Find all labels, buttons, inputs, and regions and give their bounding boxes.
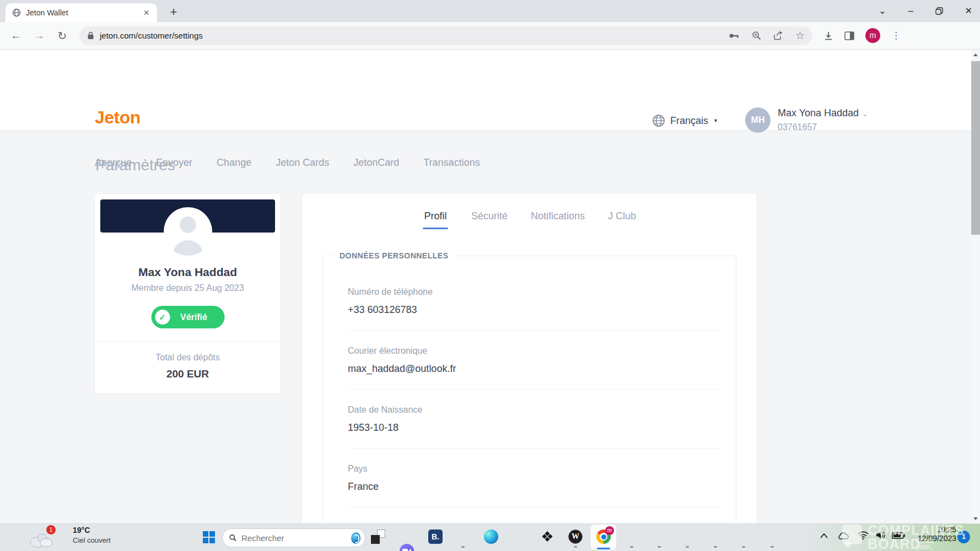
user-name: Max Yona Haddad⌄: [778, 107, 868, 119]
section-title: DONNÉES PERSONNELLES: [334, 251, 454, 260]
running-indicator: [742, 546, 745, 548]
wondershare-app-icon[interactable]: W: [568, 530, 583, 544]
language-selector[interactable]: Français ▼: [652, 114, 718, 127]
tab-j-club[interactable]: J Club: [608, 210, 636, 229]
settings-tabs: Profil Sécurité Notifications J Club: [302, 210, 757, 229]
active-app-indicator: [597, 548, 610, 549]
scrollbar-thumb[interactable]: [971, 61, 980, 235]
url-text[interactable]: jeton.com/customer/settings: [100, 31, 729, 40]
windows-logo-icon: [203, 531, 208, 537]
language-label: Français: [670, 115, 708, 127]
password-key-icon[interactable]: [729, 32, 740, 40]
search-icon: [229, 533, 236, 542]
edge-browser-icon[interactable]: [484, 530, 498, 544]
running-indicator: [574, 546, 577, 548]
tab-close-icon[interactable]: ×: [141, 8, 152, 18]
nav-item-transactions[interactable]: Transactions: [423, 157, 480, 169]
field-value: +33 603126783: [348, 304, 724, 316]
nav-item-jetoncard[interactable]: JetonCard: [353, 157, 399, 169]
taskbar-search[interactable]: [222, 528, 365, 547]
restore-window-button[interactable]: [935, 7, 943, 15]
notification-count-badge[interactable]: 1: [957, 531, 970, 543]
browser-toolbar: ← → ↻ jeton.com/customer/settings ☆ m ⋮: [0, 22, 980, 50]
tray-chevron-icon[interactable]: [820, 533, 828, 538]
running-indicator: [686, 546, 689, 548]
field-value: max_haddad@outlook.fr: [348, 363, 724, 375]
field-label: Date de Naissance: [348, 405, 724, 415]
user-menu[interactable]: MH Max Yona Haddad⌄ 03761657: [745, 107, 868, 133]
wifi-icon[interactable]: [858, 531, 869, 539]
new-tab-button[interactable]: +: [165, 4, 182, 21]
page-title: Paramètres: [95, 156, 175, 174]
field-label: Pays: [348, 464, 724, 474]
browser-tab-strip: Jeton Wallet × + ⌄ – ✕: [0, 0, 980, 22]
site-header: Jeton Français ▼ MH Max Yona Haddad⌄ 037…: [0, 50, 971, 131]
jeton-logo[interactable]: Jeton: [95, 107, 141, 128]
window-menu-chevron-icon[interactable]: ⌄: [879, 7, 886, 15]
nav-item-change[interactable]: Change: [217, 157, 251, 169]
field-phone: Numéro de téléphone +33 603126783: [348, 287, 724, 331]
browser-profile-avatar[interactable]: m: [865, 28, 880, 43]
desktop-screen: Jeton Wallet × + ⌄ – ✕ ← → ↻ jeton.com/c…: [0, 0, 980, 551]
address-bar[interactable]: jeton.com/customer/settings ☆: [79, 26, 812, 45]
user-chevron-icon[interactable]: ⌄: [862, 110, 868, 118]
weather-alert-badge: 1: [46, 525, 56, 534]
forward-button[interactable]: →: [32, 29, 46, 42]
verified-label: Vérifié: [170, 312, 218, 322]
user-avatar[interactable]: MH: [745, 107, 771, 133]
b-letter-app-icon[interactable]: B.: [428, 530, 443, 544]
start-button[interactable]: [203, 531, 215, 543]
tray-clock[interactable]: 19:25 12/09/2023: [903, 525, 956, 543]
user-id: 03761657: [778, 122, 868, 132]
person-icon: [180, 217, 196, 233]
verified-badge: ✓ Vérifié: [151, 306, 224, 328]
zoom-icon[interactable]: [752, 31, 761, 40]
reload-button[interactable]: ↻: [55, 29, 69, 42]
deposits-value: 200 EUR: [95, 368, 281, 380]
temperature-label: 19°C: [73, 526, 90, 534]
field-value: 1953-10-18: [348, 422, 724, 434]
chrome-profile-badge: m: [605, 526, 614, 535]
language-caret-icon: ▼: [713, 118, 718, 123]
bing-icon: [351, 532, 360, 544]
site-lock-icon[interactable]: [87, 31, 94, 40]
weather-condition-label: Ciel couvert: [73, 536, 111, 544]
profile-avatar: [164, 207, 212, 256]
scroll-up-button[interactable]: [973, 53, 978, 56]
running-indicator: [714, 546, 717, 548]
share-icon[interactable]: [773, 31, 783, 40]
running-indicator: [771, 546, 774, 548]
search-input[interactable]: [241, 533, 351, 543]
volume-icon[interactable]: [876, 531, 886, 539]
snip-squares-app-icon[interactable]: [371, 530, 385, 544]
tab-notifications[interactable]: Notifications: [531, 210, 585, 229]
tray-date: 12/09/2023: [903, 534, 956, 543]
browser-menu-button[interactable]: ⋮: [891, 30, 901, 41]
card-divider: [95, 342, 281, 342]
settings-card: Profil Sécurité Notifications J Club DON…: [302, 194, 757, 523]
profile-name: Max Yona Haddad: [95, 266, 281, 279]
page-scrollbar[interactable]: [971, 50, 980, 523]
deposits-label: Total des dépôts: [95, 353, 281, 363]
back-button[interactable]: ←: [9, 29, 23, 42]
globe-icon: [652, 114, 665, 127]
side-panel-button[interactable]: [844, 31, 854, 40]
browser-tab[interactable]: Jeton Wallet ×: [6, 3, 157, 22]
field-label: Numéro de téléphone: [348, 287, 724, 297]
running-indicator: [630, 546, 633, 548]
close-window-button[interactable]: ✕: [965, 7, 972, 15]
tray-time: 19:25: [903, 525, 956, 534]
field-country: Pays France: [348, 464, 724, 507]
running-indicator: [658, 546, 661, 548]
tab-profil[interactable]: Profil: [423, 210, 448, 229]
onedrive-cloud-icon[interactable]: [837, 532, 849, 540]
tab-securite[interactable]: Sécurité: [471, 210, 508, 229]
downloads-button[interactable]: [823, 31, 833, 41]
nav-item-jeton-cards[interactable]: Jeton Cards: [276, 157, 329, 169]
scroll-down-button[interactable]: [973, 517, 978, 520]
minimize-button[interactable]: –: [908, 7, 913, 15]
dropbox-icon[interactable]: ❖: [540, 530, 554, 544]
field-email: Courier électronique max_haddad@outlook.…: [348, 346, 724, 390]
bookmark-star-icon[interactable]: ☆: [795, 30, 805, 41]
weather-widget[interactable]: 1 19°C Ciel couvert: [0, 524, 171, 551]
